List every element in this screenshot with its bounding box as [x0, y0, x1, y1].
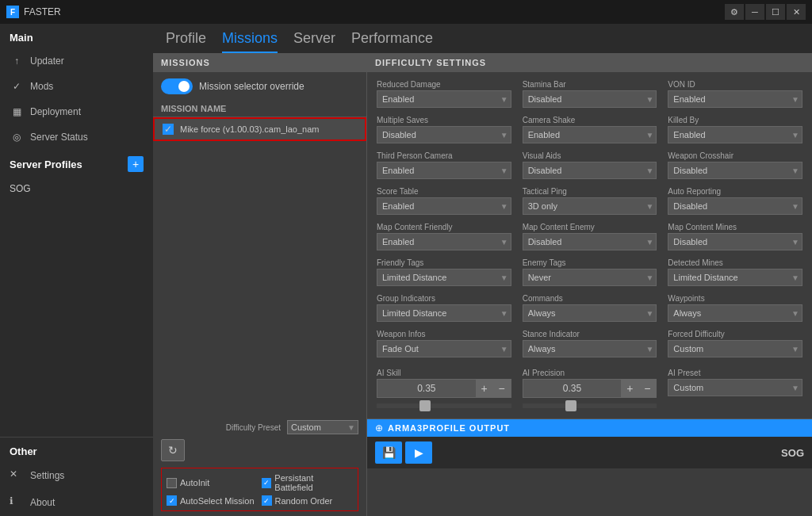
checkbox-persistant-battlefield[interactable]: ✓ Persistant Battlefield — [262, 473, 354, 492]
diff-cell-stamina-bar: Stamina BarEnabledDisabled▼ — [518, 77, 662, 111]
diff-cell-tactical-ping: Tactical Ping3D onlyEnabledDisabled▼ — [518, 184, 662, 218]
diff-select-enemy-tags[interactable]: NeverLimited DistanceEnabledDisabled — [523, 269, 657, 286]
bottom-bar: ⊕ ARMA3PROFILE OUTPUT 💾 ▶ SOG — [367, 419, 812, 468]
diff-select-auto-reporting[interactable]: EnabledDisabled — [668, 197, 802, 215]
ai-skill-slider[interactable] — [377, 403, 511, 408]
save-button[interactable]: 💾 — [375, 441, 402, 464]
diff-cell-stance-indicator: Stance IndicatorAlwaysFade OutLimited Di… — [518, 327, 662, 361]
arma-output-row[interactable]: ⊕ ARMA3PROFILE OUTPUT — [367, 419, 812, 437]
difficulty-preset-select[interactable]: Custom — [287, 420, 358, 434]
sidebar-item-about[interactable]: ℹ About — [0, 489, 153, 516]
diff-select-stamina-bar[interactable]: EnabledDisabled — [523, 90, 657, 108]
mission-selector-row: Mission selector override — [153, 72, 366, 101]
diff-select-map-content-friendly[interactable]: EnabledDisabled — [377, 233, 511, 250]
add-profile-button[interactable]: + — [128, 156, 144, 172]
sidebar-item-updater[interactable]: ↑ Updater — [0, 48, 153, 74]
tab-performance[interactable]: Performance — [351, 30, 433, 53]
play-button[interactable]: ▶ — [405, 441, 432, 464]
difficulty-header: DIFFICULTY SETTINGS — [367, 53, 812, 72]
sidebar-spacer — [0, 199, 153, 437]
diff-cell-group-indicators: Group IndicatorsLimited DistanceEnabledD… — [372, 291, 516, 325]
ai-precision-label: AI Precision — [523, 369, 657, 377]
sidebar-item-settings[interactable]: ✕ Settings — [0, 462, 153, 489]
diff-cell-commands: CommandsAlwaysLimited DistanceEnabledDis… — [518, 291, 662, 325]
diff-cell-waypoints: WaypointsAlwaysLimited DistanceEnabledDi… — [663, 291, 807, 325]
diff-label: Group Indicators — [377, 294, 511, 303]
ai-precision-increment[interactable]: + — [621, 380, 638, 397]
profile-item-sog[interactable]: SOG — [0, 178, 153, 199]
diff-select-von-id[interactable]: EnabledDisabled — [668, 90, 802, 108]
difficulty-panel: DIFFICULTY SETTINGS Reduced DamageEnable… — [367, 53, 812, 516]
sidebar-item-mods[interactable]: ✓ Mods — [0, 74, 153, 99]
settings-titlebar-button[interactable]: ⚙ — [725, 4, 744, 20]
diff-cell-map-content-enemy: Map Content EnemyEnabledDisabled▼ — [518, 220, 662, 254]
diff-cell-friendly-tags: Friendly TagsLimited DistanceEnabledDisa… — [372, 255, 516, 289]
checkbox-autoselect-mission[interactable]: ✓ AutoSelect Mission — [167, 495, 259, 506]
random-order-checkbox[interactable]: ✓ — [262, 495, 272, 506]
diff-select-group-indicators[interactable]: Limited DistanceEnabledDisabledNever — [377, 304, 511, 322]
diff-cell-third-person-camera: Third Person CameraEnabledDisabled▼ — [372, 148, 516, 182]
ai-skill-stepper: 0.35 + − — [377, 379, 511, 398]
ai-preset-cell: AI Preset Custom Low Medium High ▼ — [663, 365, 807, 414]
diff-select-commands[interactable]: AlwaysLimited DistanceEnabledDisabled — [523, 304, 657, 322]
mission-selector-toggle[interactable] — [161, 78, 193, 94]
autoinit-checkbox[interactable] — [167, 478, 177, 488]
ai-skill-cell: AI Skill 0.35 + − — [372, 365, 516, 414]
sidebar: Main ↑ Updater ✓ Mods ▦ Deployment ◎ Ser… — [0, 24, 153, 516]
minimize-button[interactable]: ─ — [745, 4, 764, 20]
diff-select-camera-shake[interactable]: EnabledDisabled — [523, 126, 657, 143]
diff-select-score-table[interactable]: EnabledDisabled — [377, 197, 511, 215]
difficulty-grid: Reduced DamageEnabledDisabled▼Stamina Ba… — [367, 72, 812, 365]
autoselect-mission-checkbox[interactable]: ✓ — [167, 495, 177, 506]
diff-cell-weapon-infos: Weapon InfosFade OutAlwaysLimited Distan… — [372, 327, 516, 361]
missions-panel: MISSIONS Mission selector override MISSI… — [153, 53, 367, 516]
checkbox-random-order[interactable]: ✓ Random Order — [262, 495, 354, 506]
diff-select-killed-by[interactable]: EnabledDisabled — [668, 126, 802, 143]
content-area: Profile Missions Server Performance MISS… — [153, 24, 812, 516]
ai-preset-select[interactable]: Custom Low Medium High — [668, 379, 802, 396]
diff-select-forced-difficulty[interactable]: CustomRecruitRegularVeteran — [668, 340, 802, 357]
ai-precision-decrement[interactable]: − — [638, 380, 656, 397]
about-icon: ℹ — [10, 495, 24, 510]
diff-select-weapon-infos[interactable]: Fade OutAlwaysLimited DistanceDisabled — [377, 340, 511, 357]
mission-list: ✓ Mike force (v1.00.03).cam_lao_nam — [153, 117, 366, 415]
server-status-icon: ◎ — [10, 130, 24, 144]
diff-select-visual-aids[interactable]: EnabledDisabled — [523, 162, 657, 179]
tab-server[interactable]: Server — [293, 30, 335, 53]
checkbox-autoinit[interactable]: AutoInit — [167, 473, 259, 492]
ai-skill-label: AI Skill — [377, 369, 511, 377]
sidebar-item-server-status[interactable]: ◎ Server Status — [0, 124, 153, 150]
diff-select-friendly-tags[interactable]: Limited DistanceEnabledDisabledNever — [377, 269, 511, 286]
close-button[interactable]: ✕ — [787, 4, 806, 20]
diff-select-map-content-mines[interactable]: EnabledDisabled — [668, 233, 802, 250]
diff-select-waypoints[interactable]: AlwaysLimited DistanceEnabledDisabled — [668, 304, 802, 322]
diff-cell-map-content-mines: Map Content MinesEnabledDisabled▼ — [663, 220, 807, 254]
diff-select-weapon-crosshair[interactable]: EnabledDisabled — [668, 162, 802, 179]
diff-select-tactical-ping[interactable]: 3D onlyEnabledDisabled — [523, 197, 657, 215]
ai-skill-increment[interactable]: + — [476, 380, 493, 397]
diff-select-detected-mines[interactable]: Limited DistanceEnabledDisabledNever — [668, 269, 802, 286]
deployment-icon: ▦ — [10, 105, 24, 119]
ai-precision-slider[interactable] — [523, 403, 657, 408]
tab-missions[interactable]: Missions — [222, 30, 278, 53]
diff-select-multiple-saves[interactable]: EnabledDisabled — [377, 126, 511, 143]
persistant-battlefield-checkbox[interactable]: ✓ — [262, 478, 272, 488]
maximize-button[interactable]: ☐ — [766, 4, 785, 20]
sidebar-item-deployment[interactable]: ▦ Deployment — [0, 99, 153, 124]
diff-select-third-person-camera[interactable]: EnabledDisabled — [377, 162, 511, 179]
tab-profile[interactable]: Profile — [166, 30, 206, 53]
refresh-button[interactable]: ↻ — [161, 439, 185, 461]
diff-select-reduced-damage[interactable]: EnabledDisabled — [377, 90, 511, 108]
missions-footer: Difficulty Preset Custom ▼ ↻ — [153, 415, 366, 516]
other-section-label: Other — [0, 438, 153, 462]
mission-row[interactable]: ✓ Mike force (v1.00.03).cam_lao_nam — [153, 117, 366, 141]
ai-skill-decrement[interactable]: − — [493, 380, 511, 397]
bottom-left-buttons: 💾 ▶ — [375, 441, 432, 464]
diff-label: Weapon Infos — [377, 330, 511, 338]
mission-checkbox[interactable]: ✓ — [163, 124, 174, 135]
content-body: MISSIONS Mission selector override MISSI… — [153, 53, 812, 516]
diff-select-stance-indicator[interactable]: AlwaysFade OutLimited DistanceDisabled — [523, 340, 657, 357]
diff-select-map-content-enemy[interactable]: EnabledDisabled — [523, 233, 657, 250]
missions-actions: ↻ — [161, 439, 358, 461]
mission-selector-label: Mission selector override — [199, 81, 304, 92]
